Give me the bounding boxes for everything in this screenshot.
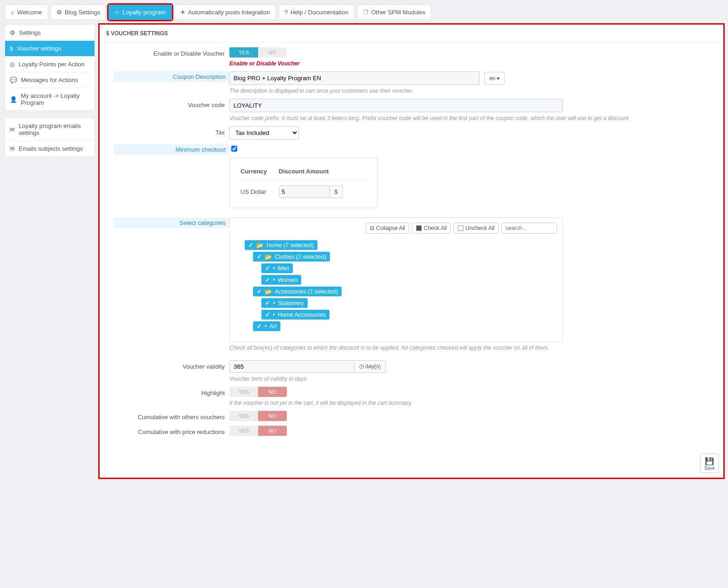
category-tree: ✓📂Home (7 selected)✓📂Clothes (2 selected… bbox=[235, 239, 557, 332]
category-search-input[interactable] bbox=[501, 223, 557, 234]
tab-other-spm-modules[interactable]: ❐Other SPM Modules bbox=[357, 5, 431, 20]
sitemap-icon: ⊹ bbox=[114, 9, 120, 16]
mail-icon: ✉ bbox=[10, 126, 15, 133]
save-button[interactable]: 💾 Save bbox=[700, 454, 719, 473]
category-node[interactable]: ✓📂Accessories (2 selected) bbox=[253, 287, 342, 296]
cum1-yes-option[interactable]: YES bbox=[229, 411, 258, 421]
category-node[interactable]: ✓•Art bbox=[253, 321, 280, 331]
language-selector-button[interactable]: en ▾ bbox=[484, 72, 505, 85]
tab-help-documentation[interactable]: ?Help / Documentation bbox=[279, 5, 355, 20]
folder-open-icon: 📂 bbox=[256, 242, 264, 249]
uncheck-all-button[interactable]: Uncheck All bbox=[454, 223, 499, 234]
category-label: Home Accessories bbox=[278, 312, 326, 318]
cum2-no-option[interactable]: NO bbox=[258, 426, 287, 436]
currency-table: Currency Discount Amount US Dollar $ bbox=[229, 158, 378, 208]
cumulative-vouchers-label: Cumulative with others vouchers bbox=[114, 411, 229, 421]
minimum-checkout-label: Minimum checkout bbox=[114, 144, 229, 155]
tab-welcome[interactable]: ⌂Welcome bbox=[5, 5, 48, 20]
user-icon: 👤 bbox=[10, 96, 17, 103]
tax-select[interactable]: Tax Included bbox=[229, 126, 299, 140]
dollar-icon: $ bbox=[10, 45, 13, 52]
category-label: Men bbox=[278, 265, 289, 272]
check-icon: ✓ bbox=[265, 300, 270, 307]
tab-blog-settings[interactable]: ⚙Blog Settings bbox=[51, 5, 107, 20]
enable-voucher-toggle[interactable]: YES NO bbox=[229, 47, 287, 58]
comment-icon: 💬 bbox=[10, 77, 17, 83]
coupon-description-input[interactable] bbox=[229, 71, 480, 85]
sidebar: ⚙Settings$Voucher settings◎Loyalty Point… bbox=[5, 25, 95, 164]
enable-yes-option[interactable]: YES bbox=[229, 47, 258, 58]
voucher-validity-label: Voucher validity bbox=[114, 360, 229, 370]
dot-icon: • bbox=[273, 277, 275, 283]
folder-open-icon: 📂 bbox=[265, 253, 272, 260]
sidebar-item-settings[interactable]: ⚙Settings bbox=[5, 25, 95, 41]
sidebar-item-my-account-loyalty-program[interactable]: 👤My account -> Loyalty Program bbox=[5, 88, 95, 110]
send-icon: ✈ bbox=[180, 9, 185, 16]
cumulative-vouchers-toggle[interactable]: YES NO bbox=[229, 411, 287, 421]
sidebar-item-messages-for-actions[interactable]: 💬Messages for Actions bbox=[5, 72, 95, 88]
coupon-description-hint: The description is displayed in cart onc… bbox=[229, 88, 709, 94]
cumulative-reductions-toggle[interactable]: YES NO bbox=[229, 426, 287, 436]
check-icon: ✓ bbox=[265, 276, 270, 283]
save-icon: 💾 bbox=[701, 457, 718, 466]
tab-label: Welcome bbox=[17, 9, 42, 16]
voucher-validity-input[interactable] bbox=[229, 360, 355, 373]
tab-loyalty-program[interactable]: ⊹Loyalty program bbox=[108, 5, 171, 20]
highlight-no-option[interactable]: NO bbox=[258, 387, 287, 397]
currency-header: Currency bbox=[240, 167, 278, 180]
help-icon: ? bbox=[285, 9, 288, 16]
cum1-no-option[interactable]: NO bbox=[258, 411, 287, 421]
sidebar-item-label: Voucher settings bbox=[17, 45, 61, 52]
home-icon: ⌂ bbox=[11, 9, 14, 16]
top-tabs: ⌂Welcome⚙Blog Settings⊹Loyalty program✈A… bbox=[5, 5, 723, 20]
currency-symbol: $ bbox=[330, 185, 343, 198]
cum2-yes-option[interactable]: YES bbox=[229, 426, 258, 436]
highlight-yes-option[interactable]: YES bbox=[229, 387, 258, 397]
cumulative-reductions-label: Cumulative with price reductions bbox=[114, 426, 229, 435]
category-node[interactable]: ✓•Women bbox=[261, 275, 301, 285]
enable-voucher-label: Enable or Disable Voucher bbox=[114, 47, 229, 57]
category-label: Home (7 selected) bbox=[266, 242, 314, 249]
gears-icon: ⚙ bbox=[10, 29, 15, 36]
category-node[interactable]: ✓•Stationery bbox=[261, 298, 308, 308]
dot-icon: • bbox=[273, 300, 275, 307]
category-node[interactable]: ✓📂Clothes (2 selected) bbox=[253, 252, 330, 262]
tab-label: Automatically posts Integration bbox=[188, 9, 270, 16]
discount-amount-input[interactable] bbox=[279, 185, 330, 198]
categories-hint: Check all box(es) of categories to which… bbox=[229, 345, 563, 351]
sidebar-item-label: Loyalty Points per Action bbox=[19, 61, 84, 68]
sidebar-item-label: My account -> Loyalty Program bbox=[21, 92, 90, 106]
validity-unit: ◷ day(s) bbox=[355, 360, 386, 373]
check-icon: ✓ bbox=[248, 242, 253, 249]
check-all-button[interactable]: Check All bbox=[412, 223, 451, 234]
collapse-icon: ⊟ bbox=[370, 225, 374, 231]
voucher-validity-hint: Voucher term of validity in days bbox=[229, 376, 709, 382]
category-node[interactable]: ✓•Men bbox=[261, 263, 293, 273]
tab-automatically-posts-integration[interactable]: ✈Automatically posts Integration bbox=[174, 5, 276, 20]
enable-no-option[interactable]: NO bbox=[258, 47, 287, 58]
check-icon: ✓ bbox=[257, 253, 262, 260]
highlight-toggle[interactable]: YES NO bbox=[229, 387, 287, 397]
sidebar-item-emails-subjects-settings[interactable]: ✉Emails subjects settings bbox=[5, 141, 95, 156]
dot-icon: • bbox=[273, 265, 275, 272]
currency-name: US Dollar bbox=[240, 181, 278, 198]
sidebar-item-loyalty-program-emails-settings[interactable]: ✉Loyalty program emails settings bbox=[5, 118, 95, 141]
check-icon: ✓ bbox=[257, 288, 262, 295]
collapse-all-button[interactable]: ⊟Collapse All bbox=[366, 223, 410, 234]
tax-label: Tax bbox=[114, 126, 229, 136]
check-icon: ✓ bbox=[257, 323, 262, 330]
voucher-code-hint: Voucher code prefix. It must be at least… bbox=[229, 115, 709, 121]
sidebar-item-loyalty-points-per-action[interactable]: ◎Loyalty Points per Action bbox=[5, 57, 95, 72]
minimum-checkout-checkbox[interactable] bbox=[231, 146, 237, 152]
voucher-code-label: Voucher code bbox=[114, 99, 229, 109]
sidebar-item-voucher-settings[interactable]: $Voucher settings bbox=[5, 41, 95, 57]
voucher-code-input[interactable] bbox=[229, 99, 563, 112]
category-node[interactable]: ✓•Home Accessories bbox=[261, 310, 329, 320]
dot-icon: • bbox=[273, 312, 275, 318]
sidebar-item-label: Settings bbox=[19, 29, 41, 36]
clock-icon: ◷ bbox=[359, 363, 365, 370]
target-icon: ◎ bbox=[10, 61, 15, 68]
category-node[interactable]: ✓📂Home (7 selected) bbox=[245, 240, 317, 250]
tab-label: Blog Settings bbox=[65, 9, 101, 16]
category-label: Stationery bbox=[278, 300, 304, 307]
